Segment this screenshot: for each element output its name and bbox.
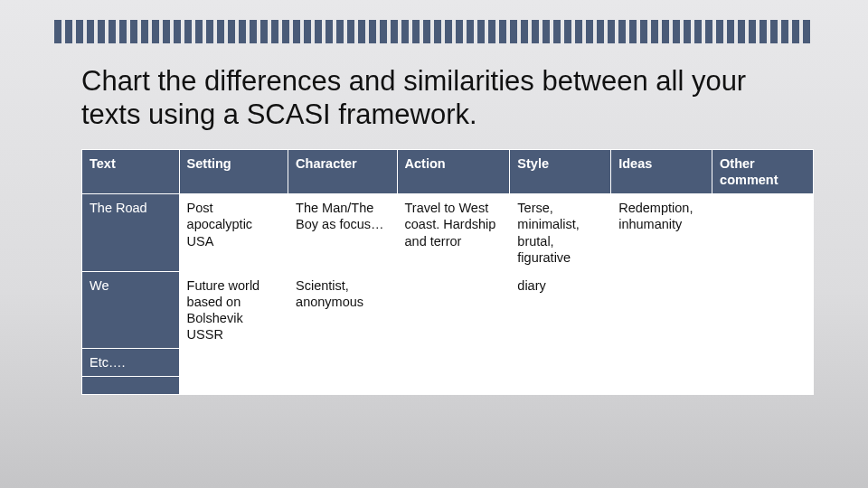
- cell-ideas: [611, 349, 712, 377]
- cell-setting: [179, 377, 288, 395]
- cell-style: Terse, minimalist, brutal, figurative: [510, 194, 611, 272]
- cell-text: We: [82, 271, 180, 349]
- slide-title: Chart the differences and similarities b…: [81, 65, 787, 131]
- cell-setting: [179, 349, 288, 377]
- cell-text: The Road: [82, 194, 180, 272]
- col-setting: Setting: [179, 150, 288, 194]
- cell-action: [397, 377, 510, 395]
- scasi-table-container: Text Setting Character Action Style Idea…: [81, 149, 814, 395]
- table-row: We Future world based on Bolshevik USSR …: [82, 271, 814, 349]
- table-row: [82, 377, 814, 395]
- cell-character: [288, 349, 397, 377]
- col-other: Other comment: [712, 150, 814, 194]
- scasi-table: Text Setting Character Action Style Idea…: [81, 149, 814, 395]
- col-style: Style: [510, 150, 611, 194]
- decorative-dash-border: [54, 20, 814, 43]
- table-row: Etc….: [82, 349, 814, 377]
- cell-ideas: [611, 377, 712, 395]
- col-ideas: Ideas: [611, 150, 712, 194]
- table-header-row: Text Setting Character Action Style Idea…: [82, 150, 814, 194]
- cell-character: Scientist, anonymous: [288, 271, 397, 349]
- col-text: Text: [82, 150, 180, 194]
- cell-character: [288, 377, 397, 395]
- col-character: Character: [288, 150, 397, 194]
- cell-text: Etc….: [82, 349, 180, 377]
- cell-setting: Future world based on Bolshevik USSR: [179, 271, 288, 349]
- cell-other: [712, 349, 814, 377]
- cell-style: [510, 377, 611, 395]
- table-row: The Road Post apocalyptic USA The Man/Th…: [82, 194, 814, 272]
- cell-action: Travel to West coast. Hardship and terro…: [397, 194, 510, 272]
- cell-setting: Post apocalyptic USA: [179, 194, 288, 272]
- cell-ideas: Redemption, inhumanity: [611, 194, 712, 272]
- cell-other: [712, 271, 814, 349]
- cell-other: [712, 194, 814, 272]
- cell-ideas: [611, 271, 712, 349]
- cell-character: The Man/The Boy as focus…: [288, 194, 397, 272]
- cell-action: [397, 349, 510, 377]
- cell-style: [510, 349, 611, 377]
- cell-text: [82, 377, 180, 395]
- cell-other: [712, 377, 814, 395]
- cell-style: diary: [510, 271, 611, 349]
- cell-action: [397, 271, 510, 349]
- col-action: Action: [397, 150, 510, 194]
